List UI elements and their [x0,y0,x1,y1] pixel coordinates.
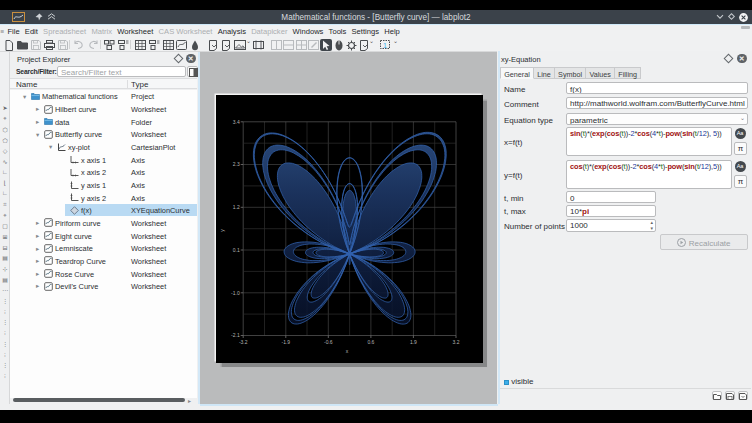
svg-text:3.4: 3.4 [233,118,240,124]
svg-text:3.2: 3.2 [453,339,460,345]
svg-text:-1.9: -1.9 [281,339,290,345]
svg-text:1: 1 [383,41,387,48]
svg-text:-3.2: -3.2 [239,339,248,345]
svg-text:2.3: 2.3 [233,161,240,167]
svg-text:0.1: 0.1 [233,246,240,252]
svg-text:1.9: 1.9 [410,339,417,345]
svg-text:0.6: 0.6 [367,339,374,345]
svg-text:-0.6: -0.6 [324,339,333,345]
svg-text:-2.1: -2.1 [231,332,240,338]
svg-text:-1.0: -1.0 [231,289,240,295]
svg-text:1.2: 1.2 [233,204,240,210]
svg-text:x: x [346,347,349,353]
svg-text:y: y [219,228,225,231]
